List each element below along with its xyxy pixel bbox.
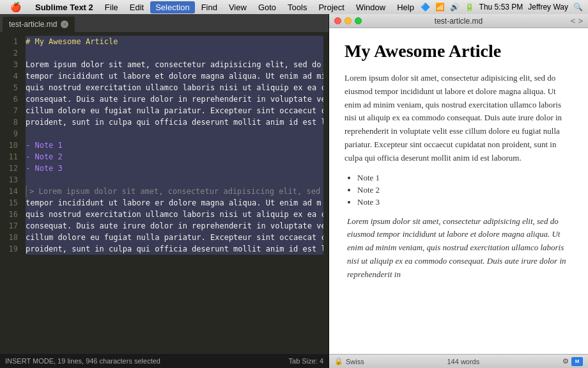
line-num: 10 — [3, 140, 18, 151]
lock-icon: 🔒 — [334, 357, 343, 365]
code-line: - Note 3 — [26, 163, 323, 174]
preview-blockquote: Lorem ipsum dolor sit amet, consectetur … — [347, 215, 573, 282]
menubar: 🍎 Sublime Text 2 File Edit Selection Fin… — [0, 0, 588, 14]
username: Jeffrey Way — [528, 3, 568, 12]
line-num: 4 — [3, 70, 18, 82]
tab-bar: test-article.md × — [0, 14, 329, 32]
menu-help[interactable]: Help — [392, 1, 419, 13]
menu-edit[interactable]: Edit — [125, 1, 149, 13]
app-name[interactable]: Sublime Text 2 — [30, 1, 98, 13]
line-num: 18 — [3, 232, 18, 243]
line-num: 9 — [3, 128, 18, 140]
preview-paragraph: Lorem ipsum dolor sit amet, consectetur … — [344, 72, 573, 165]
volume-icon: 🔊 — [450, 3, 460, 12]
line-num: 17 — [3, 220, 18, 232]
code-line: tempor incididunt ut labore er dolore ma… — [26, 197, 323, 209]
line-num: 2 — [3, 47, 18, 59]
code-line: proident, sunt in culpa qui officia dese… — [26, 116, 323, 128]
line-num: 14 — [3, 186, 18, 197]
language-label: Swiss — [346, 358, 364, 365]
line-num: 11 — [3, 151, 18, 163]
code-line: quis nostrud exercitation ullamco labori… — [26, 82, 323, 93]
minimize-window-button[interactable] — [344, 17, 352, 24]
menu-view[interactable]: View — [224, 1, 252, 13]
battery-icon: 🔋 — [465, 3, 474, 12]
preview-pane: test-article.md < > My Awesome Article L… — [329, 14, 588, 368]
list-item: Note 1 — [357, 173, 573, 183]
line-num: 1 — [3, 36, 18, 47]
code-line: Lorem ipsum dolor sit amet, consectetur … — [26, 59, 323, 70]
line-num: 12 — [3, 163, 18, 174]
code-line: - Note 2 — [26, 151, 323, 163]
editor-tab[interactable]: test-article.md × — [3, 17, 75, 32]
line-num: 13 — [3, 174, 18, 186]
clock: Thu 5:53 PM — [479, 3, 523, 12]
apple-menu[interactable]: 🍎 — [5, 1, 26, 13]
wifi-icon: 📶 — [435, 3, 445, 12]
list-item: Note 3 — [357, 197, 573, 207]
search-icon[interactable]: 🔍 — [573, 3, 583, 12]
line-numbers: 1 2 3 4 5 6 7 8 9 10 11 12 13 14 15 16 1… — [0, 32, 20, 354]
nav-back-icon[interactable]: < — [571, 16, 576, 26]
insert-mode-label: INSERT MODE, 19 lines, 946 characters se… — [5, 357, 160, 365]
line-num: 8 — [3, 116, 18, 128]
preview-titlebar: test-article.md < > — [329, 14, 588, 28]
tab-label: test-article.md — [9, 20, 57, 29]
list-item: Note 2 — [357, 185, 573, 195]
preview-content: My Awesome Article Lorem ipsum dolor sit… — [329, 28, 588, 354]
line-num: 6 — [3, 93, 18, 105]
word-count: 144 words — [447, 358, 479, 365]
menu-find[interactable]: Find — [196, 1, 222, 13]
close-window-button[interactable] — [334, 17, 341, 24]
maximize-window-button[interactable] — [355, 17, 362, 24]
menu-tools[interactable]: Tools — [282, 1, 312, 13]
preview-status-left: 🔒 Swiss — [334, 357, 364, 365]
editor-content[interactable]: 1 2 3 4 5 6 7 8 9 10 11 12 13 14 15 16 1… — [0, 32, 329, 354]
code-line: cillum dolore eu fugiat nulla pariatur. … — [26, 232, 323, 243]
menu-window[interactable]: Window — [351, 1, 391, 13]
menu-selection[interactable]: Selection — [150, 1, 194, 13]
tab-size-label: Tab Size: 4 — [289, 357, 323, 365]
code-line: quis nostrud exercitation ullamco labori… — [26, 209, 323, 220]
editor-status-bar: INSERT MODE, 19 lines, 946 characters se… — [0, 354, 329, 368]
code-line: consequat. Duis aute irure dolor in repr… — [26, 93, 323, 105]
line-num: 19 — [3, 243, 18, 255]
tab-close-button[interactable]: × — [61, 20, 68, 28]
window-controls[interactable] — [334, 17, 362, 24]
menu-file[interactable]: File — [100, 1, 123, 13]
line-num: 16 — [3, 209, 18, 220]
preview-title: test-article.md — [435, 17, 483, 26]
bluetooth-icon: 🔷 — [421, 3, 430, 12]
preview-statusbar: 🔒 Swiss 144 words ⚙ M — [329, 354, 588, 368]
line-num: 3 — [3, 59, 18, 70]
editor-pane: test-article.md × 1 2 3 4 5 6 7 8 9 10 1… — [0, 14, 329, 368]
preview-nav[interactable]: < > — [571, 16, 583, 26]
menu-project[interactable]: Project — [313, 1, 349, 13]
markdown-icon: M — [571, 357, 583, 366]
code-line: consequat. Duis aute irure dolor in repr… — [26, 220, 323, 232]
main-layout: test-article.md × 1 2 3 4 5 6 7 8 9 10 1… — [0, 14, 588, 368]
code-line: tempor incididunt ut labore et dolore ma… — [26, 70, 323, 82]
code-line: - Note 1 — [26, 140, 323, 151]
line-num: 15 — [3, 197, 18, 209]
editor-text-area[interactable]: # My Awesome Article Lorem ipsum dolor s… — [20, 32, 329, 354]
line-num: 5 — [3, 82, 18, 93]
code-line — [26, 174, 323, 186]
code-line: proident, sunt in culpa qui officia dese… — [26, 243, 323, 255]
line-num: 7 — [3, 105, 18, 116]
nav-forward-icon[interactable]: > — [578, 16, 583, 26]
code-line — [26, 128, 323, 140]
gear-icon[interactable]: ⚙ — [562, 357, 569, 365]
menu-goto[interactable]: Goto — [253, 1, 281, 13]
code-line: > Lorem ipsum dolor sit amet, consectetu… — [26, 186, 323, 197]
code-line: cillum dolore eu fugiat nulla pariatur. … — [26, 105, 323, 116]
preview-list: Note 1 Note 2 Note 3 — [357, 173, 573, 207]
preview-heading: My Awesome Article — [344, 41, 573, 61]
code-line — [26, 47, 323, 59]
code-line: # My Awesome Article — [26, 36, 323, 47]
